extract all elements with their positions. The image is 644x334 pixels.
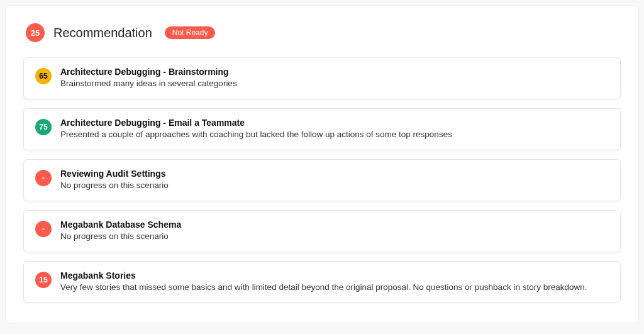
scenario-body: Megabank Database Schema No progress on …: [60, 220, 609, 243]
scenario-card[interactable]: 75 Architecture Debugging - Email a Team…: [23, 108, 621, 150]
scenario-body: Megabank Stories Very few stories that m…: [60, 270, 609, 294]
scenario-desc: Presented a couple of approaches with co…: [60, 129, 609, 141]
scenario-desc: No progress on this scenario: [60, 180, 609, 192]
panel-title: Recommendation: [53, 26, 152, 40]
recommendation-panel: 25 Recommendation Not Ready 65 Architect…: [5, 5, 639, 323]
panel-header: 25 Recommendation Not Ready: [23, 23, 621, 42]
scenario-body: Reviewing Audit Settings No progress on …: [60, 169, 609, 192]
scenario-list: 65 Architecture Debugging - Brainstormin…: [23, 57, 621, 303]
scenario-title: Megabank Database Schema: [60, 220, 609, 230]
scenario-card[interactable]: - Reviewing Audit Settings No progress o…: [23, 159, 621, 201]
scenario-score-badge: 75: [35, 119, 52, 135]
scenario-title: Architecture Debugging - Brainstorming: [60, 67, 609, 77]
scenario-score-badge: -: [35, 170, 52, 186]
scenario-score-badge: -: [35, 221, 52, 237]
scenario-desc: No progress on this scenario: [60, 231, 609, 243]
scenario-card[interactable]: 65 Architecture Debugging - Brainstormin…: [23, 57, 621, 99]
scenario-desc: Very few stories that missed some basics…: [60, 282, 609, 294]
scenario-title: Architecture Debugging - Email a Teammat…: [60, 118, 609, 128]
overall-score-badge: 25: [26, 23, 45, 42]
scenario-desc: Brainstormed many ideas in several categ…: [60, 78, 609, 90]
status-badge: Not Ready: [165, 26, 216, 39]
scenario-body: Architecture Debugging - Email a Teammat…: [60, 118, 609, 141]
scenario-title: Megabank Stories: [60, 270, 609, 281]
scenario-body: Architecture Debugging - Brainstorming B…: [60, 67, 609, 90]
scenario-score-badge: 15: [35, 272, 52, 288]
scenario-card[interactable]: - Megabank Database Schema No progress o…: [23, 210, 621, 252]
scenario-score-badge: 65: [35, 68, 52, 84]
scenario-card[interactable]: 15 Megabank Stories Very few stories tha…: [23, 261, 621, 303]
scenario-title: Reviewing Audit Settings: [60, 169, 609, 179]
